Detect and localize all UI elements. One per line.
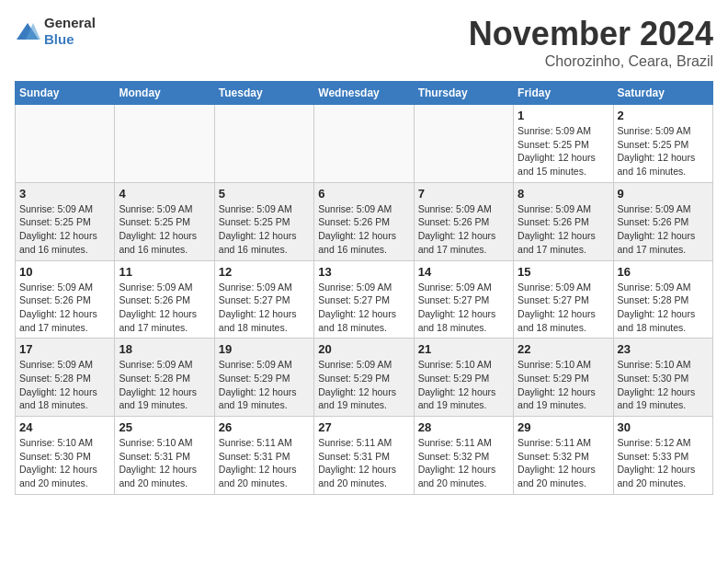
- week-row-4: 17Sunrise: 5:09 AM Sunset: 5:28 PM Dayli…: [16, 339, 713, 417]
- day-info: Sunrise: 5:09 AM Sunset: 5:27 PM Dayligh…: [418, 281, 509, 335]
- day-number: 28: [418, 420, 509, 434]
- calendar-cell-w1-d6: 2Sunrise: 5:09 AM Sunset: 5:25 PM Daylig…: [613, 105, 712, 183]
- calendar-cell-w2-d6: 9Sunrise: 5:09 AM Sunset: 5:26 PM Daylig…: [613, 182, 712, 260]
- calendar-cell-w1-d1: [115, 105, 214, 183]
- day-info: Sunrise: 5:10 AM Sunset: 5:30 PM Dayligh…: [618, 358, 709, 412]
- day-number: 14: [418, 265, 509, 279]
- week-row-3: 10Sunrise: 5:09 AM Sunset: 5:26 PM Dayli…: [16, 260, 713, 339]
- header: General Blue November 2024 Chorozinho, C…: [15, 15, 713, 70]
- calendar-header: Sunday Monday Tuesday Wednesday Thursday…: [16, 82, 713, 105]
- calendar-cell-w3-d2: 12Sunrise: 5:09 AM Sunset: 5:27 PM Dayli…: [214, 260, 313, 339]
- day-info: Sunrise: 5:09 AM Sunset: 5:29 PM Dayligh…: [219, 358, 310, 412]
- day-number: 24: [19, 420, 110, 434]
- day-info: Sunrise: 5:09 AM Sunset: 5:26 PM Dayligh…: [318, 202, 409, 257]
- calendar-cell-w1-d5: 1Sunrise: 5:09 AM Sunset: 5:25 PM Daylig…: [514, 105, 613, 183]
- day-number: 9: [618, 187, 709, 201]
- day-number: 6: [318, 187, 409, 201]
- day-info: Sunrise: 5:09 AM Sunset: 5:26 PM Dayligh…: [19, 281, 110, 335]
- day-info: Sunrise: 5:10 AM Sunset: 5:30 PM Dayligh…: [19, 436, 110, 490]
- day-number: 17: [19, 342, 110, 356]
- col-thursday: Thursday: [414, 82, 513, 105]
- day-number: 22: [518, 342, 609, 356]
- calendar-cell-w4-d6: 23Sunrise: 5:10 AM Sunset: 5:30 PM Dayli…: [613, 339, 712, 417]
- day-number: 18: [119, 342, 210, 356]
- calendar-cell-w2-d2: 5Sunrise: 5:09 AM Sunset: 5:25 PM Daylig…: [214, 182, 313, 260]
- day-number: 27: [318, 420, 409, 434]
- logo-general: General: [44, 15, 96, 30]
- day-number: 30: [618, 420, 709, 434]
- day-number: 15: [518, 265, 609, 279]
- title-area: November 2024 Chorozinho, Ceara, Brazil: [469, 15, 713, 70]
- calendar-cell-w2-d4: 7Sunrise: 5:09 AM Sunset: 5:26 PM Daylig…: [414, 182, 513, 260]
- day-info: Sunrise: 5:09 AM Sunset: 5:26 PM Dayligh…: [518, 202, 609, 257]
- calendar-cell-w2-d5: 8Sunrise: 5:09 AM Sunset: 5:26 PM Daylig…: [514, 182, 613, 260]
- calendar-cell-w1-d0: [16, 105, 115, 183]
- month-title: November 2024: [469, 15, 713, 53]
- week-row-2: 3Sunrise: 5:09 AM Sunset: 5:25 PM Daylig…: [16, 182, 713, 260]
- day-info: Sunrise: 5:09 AM Sunset: 5:25 PM Dayligh…: [119, 202, 210, 257]
- calendar-cell-w4-d3: 20Sunrise: 5:09 AM Sunset: 5:29 PM Dayli…: [314, 339, 414, 417]
- calendar-cell-w5-d6: 30Sunrise: 5:12 AM Sunset: 5:33 PM Dayli…: [613, 417, 712, 495]
- logo-icon: [15, 21, 40, 41]
- day-number: 5: [219, 187, 310, 201]
- calendar-cell-w2-d1: 4Sunrise: 5:09 AM Sunset: 5:25 PM Daylig…: [115, 182, 214, 260]
- day-number: 7: [418, 187, 509, 201]
- calendar-cell-w3-d4: 14Sunrise: 5:09 AM Sunset: 5:27 PM Dayli…: [414, 260, 513, 339]
- header-row: Sunday Monday Tuesday Wednesday Thursday…: [16, 82, 713, 105]
- day-info: Sunrise: 5:09 AM Sunset: 5:27 PM Dayligh…: [318, 281, 409, 335]
- day-info: Sunrise: 5:09 AM Sunset: 5:25 PM Dayligh…: [19, 202, 110, 257]
- calendar-cell-w5-d4: 28Sunrise: 5:11 AM Sunset: 5:32 PM Dayli…: [414, 417, 513, 495]
- calendar-cell-w3-d6: 16Sunrise: 5:09 AM Sunset: 5:28 PM Dayli…: [613, 260, 712, 339]
- day-info: Sunrise: 5:09 AM Sunset: 5:25 PM Dayligh…: [219, 202, 310, 257]
- day-number: 13: [318, 265, 409, 279]
- day-info: Sunrise: 5:09 AM Sunset: 5:27 PM Dayligh…: [219, 281, 310, 335]
- logo: General Blue: [15, 15, 96, 48]
- day-info: Sunrise: 5:09 AM Sunset: 5:26 PM Dayligh…: [119, 281, 210, 335]
- calendar-cell-w1-d3: [314, 105, 414, 183]
- day-info: Sunrise: 5:09 AM Sunset: 5:25 PM Dayligh…: [518, 124, 609, 178]
- day-info: Sunrise: 5:09 AM Sunset: 5:29 PM Dayligh…: [318, 358, 409, 412]
- day-number: 26: [219, 420, 310, 434]
- day-info: Sunrise: 5:09 AM Sunset: 5:28 PM Dayligh…: [618, 281, 709, 335]
- location: Chorozinho, Ceara, Brazil: [469, 53, 713, 70]
- day-number: 3: [19, 187, 110, 201]
- day-number: 2: [618, 109, 709, 122]
- day-info: Sunrise: 5:09 AM Sunset: 5:28 PM Dayligh…: [19, 358, 110, 412]
- calendar-cell-w3-d0: 10Sunrise: 5:09 AM Sunset: 5:26 PM Dayli…: [16, 260, 115, 339]
- day-number: 25: [119, 420, 210, 434]
- calendar-cell-w4-d4: 21Sunrise: 5:10 AM Sunset: 5:29 PM Dayli…: [414, 339, 513, 417]
- day-number: 16: [618, 265, 709, 279]
- col-wednesday: Wednesday: [314, 82, 414, 105]
- day-info: Sunrise: 5:11 AM Sunset: 5:31 PM Dayligh…: [318, 436, 409, 490]
- day-number: 10: [19, 265, 110, 279]
- day-number: 11: [119, 265, 210, 279]
- calendar-cell-w2-d0: 3Sunrise: 5:09 AM Sunset: 5:25 PM Daylig…: [16, 182, 115, 260]
- day-info: Sunrise: 5:09 AM Sunset: 5:26 PM Dayligh…: [418, 202, 509, 257]
- day-info: Sunrise: 5:09 AM Sunset: 5:27 PM Dayligh…: [518, 281, 609, 335]
- day-info: Sunrise: 5:09 AM Sunset: 5:26 PM Dayligh…: [618, 202, 709, 257]
- day-info: Sunrise: 5:10 AM Sunset: 5:29 PM Dayligh…: [518, 358, 609, 412]
- day-info: Sunrise: 5:11 AM Sunset: 5:31 PM Dayligh…: [219, 436, 310, 490]
- calendar-cell-w4-d2: 19Sunrise: 5:09 AM Sunset: 5:29 PM Dayli…: [214, 339, 313, 417]
- calendar-cell-w3-d3: 13Sunrise: 5:09 AM Sunset: 5:27 PM Dayli…: [314, 260, 414, 339]
- calendar-cell-w5-d5: 29Sunrise: 5:11 AM Sunset: 5:32 PM Dayli…: [514, 417, 613, 495]
- day-number: 8: [518, 187, 609, 201]
- col-tuesday: Tuesday: [214, 82, 313, 105]
- week-row-5: 24Sunrise: 5:10 AM Sunset: 5:30 PM Dayli…: [16, 417, 713, 495]
- calendar-cell-w4-d5: 22Sunrise: 5:10 AM Sunset: 5:29 PM Dayli…: [514, 339, 613, 417]
- day-info: Sunrise: 5:10 AM Sunset: 5:31 PM Dayligh…: [119, 436, 210, 490]
- calendar-cell-w3-d1: 11Sunrise: 5:09 AM Sunset: 5:26 PM Dayli…: [115, 260, 214, 339]
- col-saturday: Saturday: [613, 82, 712, 105]
- logo-blue: Blue: [44, 31, 74, 47]
- day-number: 23: [618, 342, 709, 356]
- day-info: Sunrise: 5:10 AM Sunset: 5:29 PM Dayligh…: [418, 358, 509, 412]
- col-monday: Monday: [115, 82, 214, 105]
- col-friday: Friday: [514, 82, 613, 105]
- day-number: 20: [318, 342, 409, 356]
- col-sunday: Sunday: [16, 82, 115, 105]
- day-number: 12: [219, 265, 310, 279]
- calendar-cell-w1-d4: [414, 105, 513, 183]
- calendar-cell-w5-d2: 26Sunrise: 5:11 AM Sunset: 5:31 PM Dayli…: [214, 417, 313, 495]
- calendar-table: Sunday Monday Tuesday Wednesday Thursday…: [15, 81, 713, 495]
- day-info: Sunrise: 5:09 AM Sunset: 5:25 PM Dayligh…: [618, 124, 709, 178]
